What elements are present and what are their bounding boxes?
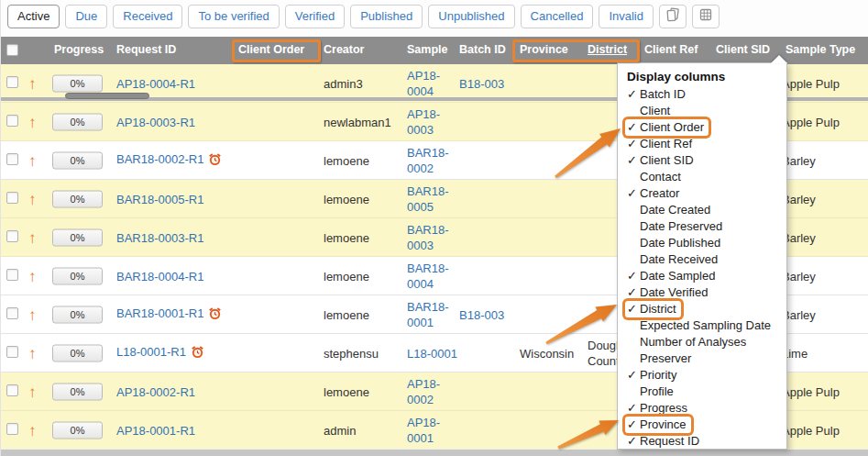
sample-link[interactable]: BAR18-0001 <box>407 300 449 329</box>
filter-tab-cancelled[interactable]: Cancelled <box>521 5 594 28</box>
progress-button[interactable]: 0% <box>52 344 103 361</box>
batch-id-link[interactable]: B18-003 <box>459 76 504 90</box>
dropdown-item-date-verified[interactable]: ✓Date Verified <box>618 284 786 301</box>
column-header-client-ref[interactable]: Client Ref <box>644 43 698 56</box>
dropdown-item-date-preserved[interactable]: Date Preserved <box>618 218 786 235</box>
sample-type-cell: Apple Pulp <box>782 115 840 128</box>
filter-tab-to-be-verified[interactable]: To be verified <box>188 5 279 28</box>
annotation-arrow-district <box>544 295 621 347</box>
filter-tab-active[interactable]: Active <box>7 5 60 28</box>
dropdown-item-number-of-analyses[interactable]: Number of Analyses <box>618 334 786 350</box>
priority-high-icon: ↑ <box>28 384 37 398</box>
dropdown-item-province[interactable]: ✓Province <box>618 417 786 433</box>
progress-button[interactable]: 0% <box>52 113 103 130</box>
dropdown-caret <box>771 55 787 63</box>
dropdown-item-district[interactable]: ✓District <box>618 301 786 317</box>
sample-link[interactable]: AP18-0001 <box>407 416 440 445</box>
dropdown-item-preserver[interactable]: Preserver <box>618 350 786 367</box>
sample-link[interactable]: AP18-0004 <box>407 69 440 98</box>
filter-tab-invalid[interactable]: Invalid <box>599 5 654 28</box>
priority-high-icon: ↑ <box>28 307 37 321</box>
request-id-link[interactable]: AP18-0004-R1 <box>116 76 195 90</box>
dropdown-item-label: Province <box>640 417 687 431</box>
row-checkbox[interactable] <box>6 384 18 396</box>
dropdown-item-contact[interactable]: Contact <box>618 169 786 185</box>
copy-pages-button[interactable] <box>659 5 687 28</box>
dropdown-item-label: Date Verified <box>640 285 708 299</box>
request-id-link[interactable]: L18-0001-R1 <box>116 345 186 359</box>
progress-button[interactable]: 0% <box>52 228 103 246</box>
sample-link[interactable]: BAR18-0004 <box>407 261 449 291</box>
column-header-sample-type[interactable]: Sample Type <box>786 43 855 56</box>
priority-high-icon: ↑ <box>28 115 37 128</box>
progress-button[interactable]: 0% <box>52 421 103 439</box>
request-id-link[interactable]: BAR18-0003-R1 <box>116 230 203 244</box>
row-checkbox[interactable] <box>6 346 18 358</box>
dropdown-item-client[interactable]: Client <box>618 103 786 119</box>
column-header-client-sid[interactable]: Client SID <box>716 43 770 56</box>
progress-button[interactable]: 0% <box>52 306 103 323</box>
filter-tab-received[interactable]: Received <box>113 5 182 28</box>
progress-button[interactable]: 0% <box>52 267 103 284</box>
filter-tab-unpublished[interactable]: Unpublished <box>428 5 514 28</box>
horizontal-scrollbar[interactable] <box>1 449 868 456</box>
sample-link[interactable]: BAR18-0003 <box>407 223 449 252</box>
column-header-request-id[interactable]: Request ID <box>116 43 176 56</box>
progress-button[interactable]: 0% <box>52 383 103 400</box>
row-checkbox[interactable] <box>6 307 18 319</box>
samples-listing-screen: ActiveDueReceivedTo be verifiedVerifiedP… <box>0 0 868 456</box>
row-checkbox[interactable] <box>6 76 18 88</box>
column-header-creator[interactable]: Creator <box>324 43 364 56</box>
row-checkbox[interactable] <box>6 230 18 242</box>
row-checkbox[interactable] <box>6 115 18 127</box>
dropdown-item-client-ref[interactable]: ✓Client Ref <box>618 136 786 152</box>
row-checkbox[interactable] <box>6 153 18 165</box>
filter-tab-due[interactable]: Due <box>65 5 107 28</box>
sample-link[interactable]: AP18-0003 <box>407 107 440 137</box>
column-header-progress[interactable]: Progress <box>54 43 104 56</box>
sample-link[interactable]: BAR18-0005 <box>407 184 449 214</box>
sample-link[interactable]: L18-0001 <box>407 346 457 360</box>
request-id-link[interactable]: AP18-0002-R1 <box>116 384 195 398</box>
dropdown-item-profile[interactable]: Profile <box>618 384 786 400</box>
table-grid-button[interactable] <box>692 5 720 28</box>
dropdown-item-client-order[interactable]: ✓Client Order <box>618 119 786 136</box>
dropdown-item-client-sid[interactable]: ✓Client SID <box>618 152 786 169</box>
batch-id-link[interactable]: B18-003 <box>459 307 504 321</box>
dropdown-item-creator[interactable]: ✓Creator <box>618 185 786 202</box>
select-all-checkbox[interactable] <box>6 44 18 56</box>
filter-tab-published[interactable]: Published <box>350 5 423 28</box>
check-icon: ✓ <box>627 119 640 136</box>
sample-link[interactable]: AP18-0002 <box>407 377 440 406</box>
dropdown-item-date-published[interactable]: Date Published <box>618 235 786 251</box>
column-header-sample[interactable]: Sample <box>407 43 447 56</box>
dropdown-item-date-sampled[interactable]: ✓Date Sampled <box>618 268 786 284</box>
filter-tab-verified[interactable]: Verified <box>285 5 345 28</box>
dropdown-item-request-id[interactable]: ✓Request ID <box>618 433 786 450</box>
request-id-link[interactable]: BAR18-0004-R1 <box>116 269 203 283</box>
header-scrollbar-thumb[interactable] <box>65 93 149 99</box>
request-id-link[interactable]: BAR18-0001-R1 <box>116 306 203 320</box>
request-id-link[interactable]: AP18-0001-R1 <box>116 423 195 437</box>
request-id-link[interactable]: AP18-0003-R1 <box>116 115 195 128</box>
progress-button[interactable]: 0% <box>52 74 103 92</box>
dropdown-item-batch-id[interactable]: ✓Batch ID <box>618 86 786 103</box>
dropdown-item-progress[interactable]: ✓Progress <box>618 400 786 417</box>
dropdown-item-priority[interactable]: ✓Priority <box>618 367 786 384</box>
sample-type-cell: Apple Pulp <box>782 76 840 90</box>
row-checkbox[interactable] <box>6 423 18 435</box>
dropdown-item-date-received[interactable]: Date Received <box>618 251 786 268</box>
dropdown-item-expected-sampling-date[interactable]: Expected Sampling Date <box>618 317 786 334</box>
sample-link[interactable]: BAR18-0002 <box>407 146 449 175</box>
dropdown-item-label: Preserver <box>640 351 691 365</box>
dropdown-item-date-created[interactable]: Date Created <box>618 202 786 218</box>
column-header-batch-id[interactable]: Batch ID <box>459 43 506 56</box>
request-id-link[interactable]: BAR18-0002-R1 <box>116 152 203 166</box>
dropdown-title: Display columns <box>618 63 786 86</box>
row-checkbox[interactable] <box>6 192 18 204</box>
progress-button[interactable]: 0% <box>52 151 103 169</box>
progress-button[interactable]: 0% <box>52 190 103 207</box>
row-checkbox[interactable] <box>6 269 18 281</box>
dropdown-item-label: Batch ID <box>640 87 686 101</box>
request-id-link[interactable]: BAR18-0005-R1 <box>116 192 203 206</box>
